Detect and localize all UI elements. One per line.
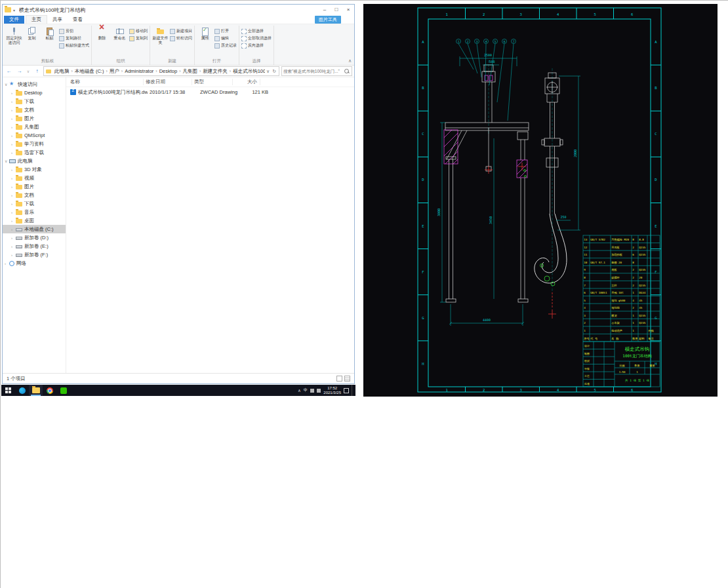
ribbon-button-newfolder[interactable]: 新建文件夹 [152,26,169,45]
search-box[interactable] [281,66,352,76]
search-icon[interactable] [344,69,349,73]
sidebar-item[interactable]: ›QMScript [3,131,66,140]
ribbon-item-newitem[interactable]: 新建项目 [170,28,192,34]
cad-canvas[interactable]: 112233445566AABBCCDDEEFFGGHH [363,4,718,397]
breadcrumb-segment[interactable]: Desktop [158,68,179,74]
breadcrumb-segment[interactable]: 新建文件夹 [201,68,229,75]
file-row[interactable]: 横走式吊钩100吨龙门吊结构.dwg2010/1/17 15:38ZWCAD D… [66,87,354,97]
taskbar-start-button[interactable] [1,385,15,396]
location-folder-icon [46,69,51,73]
sidebar-item[interactable]: ›视频 [3,174,66,182]
recent-locations-icon[interactable]: ∨ [26,69,31,73]
sidebar-item[interactable]: ›Desktop [3,88,66,97]
column-header-3[interactable]: 大小 [233,79,260,85]
search-input[interactable] [282,69,344,73]
sidebar-item[interactable]: ›学习资料 [3,140,66,148]
svg-text:4: 4 [632,299,634,302]
ime-indicator[interactable]: 中 [304,387,308,393]
ribbon-button-rename[interactable]: 重命名 [111,26,128,41]
chevron-icon: › [11,185,16,189]
tab-picture-tools[interactable]: 图片工具 [315,16,341,24]
ribbon-item-copyto[interactable]: 复制到 [129,35,148,41]
up-button[interactable]: ↑ [33,68,41,74]
sidebar-item[interactable]: ›文档 [3,106,66,114]
sidebar-item[interactable]: ›新加卷 (E:) [3,242,66,250]
sidebar-item[interactable]: ›音乐 [3,208,66,216]
taskbar-clock[interactable]: 17:52 2021/3/25 [323,386,341,395]
ribbon-button-pin[interactable]: 固定到快速访问 [6,26,22,45]
address-bar[interactable]: 此电脑›本地磁盘 (C:)›用户›Administrator›Desktop›凡… [43,66,279,76]
sidebar-item[interactable]: ›新加卷 (D:) [3,233,66,242]
refresh-icon[interactable]: ↻ [271,69,277,74]
large-icons-view-icon[interactable] [344,376,350,382]
column-header-1[interactable]: 修改日期 [144,79,192,85]
breadcrumb-segment[interactable]: 凡集图 [182,68,199,75]
svg-text:吊耳板: 吊耳板 [611,246,620,249]
sidebar-item[interactable]: ›凡集图 [3,123,66,131]
ribbon-item-shortcut[interactable]: 粘贴快捷方式 [59,43,89,49]
speaker-icon[interactable] [310,389,314,393]
taskbar-wechat-button[interactable] [56,385,70,396]
ribbon-item-selectnone[interactable]: 全部取消选择 [241,35,272,41]
ribbon-button-delete[interactable]: 删除 [94,26,110,41]
sidebar-item[interactable]: ›迅雷下载 [3,148,66,157]
forward-button[interactable]: → [15,68,24,74]
breadcrumb-segment[interactable]: 用户 [108,68,121,75]
sidebar-section-quick-access[interactable]: ∨快速访问 [3,80,66,88]
taskbar-chrome-button[interactable] [43,385,56,396]
ribbon-item-edit[interactable]: 编辑 [214,35,237,41]
ribbon-item-easyaccess[interactable]: 轻松访问 [170,35,192,41]
ribbon-item-open[interactable]: 打开 [214,28,237,34]
back-button[interactable]: ← [5,68,13,74]
ribbon-button-copy[interactable]: 复制 [24,26,40,41]
breadcrumb-segment[interactable]: 本地磁盘 (C:) [73,68,106,75]
breadcrumb-segment[interactable]: Administrator [123,68,155,74]
breadcrumb-segment[interactable]: 横走式吊钩100吨龙门吊结构 [232,68,265,75]
network-icon[interactable] [317,389,321,393]
address-dropdown-icon[interactable]: ∨ [265,69,271,74]
ribbon-item-path[interactable]: 复制路径 [59,35,89,41]
column-header-0[interactable]: 名称 [66,79,144,85]
sidebar-item[interactable]: ›本地磁盘 (C:) [3,225,66,233]
ribbon-item-selectall[interactable]: 全部选择 [241,28,272,34]
action-center-icon[interactable] [344,388,349,393]
sidebar-item[interactable]: ›下载 [3,97,66,106]
svg-text:1: 1 [458,40,460,43]
quick-access-toolbar-icon[interactable]: ▾ [13,8,15,12]
sidebar-item[interactable]: ›图片 [3,182,66,191]
minimize-ribbon-icon[interactable]: ∧ [348,58,352,64]
folder-icon [16,168,22,172]
sidebar-item[interactable]: ›3D 对象 [3,165,66,174]
tab-share[interactable]: 共享 [47,16,68,24]
ribbon-item-moveto[interactable]: 移动到 [129,28,148,34]
title-block: 设计制图校对审核工艺批准横走式吊钩100t龙门吊结构比例1:50数量1重量共 1… [583,342,660,387]
breadcrumb-segment[interactable]: 此电脑 [53,68,71,75]
sidebar-item[interactable]: ›图片 [3,114,66,123]
sidebar-item[interactable]: ›下载 [3,199,66,208]
close-button[interactable]: × [342,5,354,15]
ribbon-button-paste[interactable]: 粘贴 [41,26,58,41]
ribbon-item-cut[interactable]: 剪切 [59,28,89,34]
tab-file[interactable]: 文件 [4,16,24,24]
details-view-icon[interactable] [336,376,342,382]
sidebar-section-this-pc[interactable]: ∨此电脑 [3,157,66,165]
maximize-button[interactable]: □ [331,5,342,15]
ribbon-group-label: 选择 [241,58,272,65]
tray-chevron-icon[interactable]: ∧ [298,388,301,393]
ribbon-item-history[interactable]: 历史记录 [214,43,237,49]
sidebar-item[interactable]: ›桌面 [3,216,66,225]
ribbon-button-properties[interactable]: 属性 [197,26,213,41]
ribbon-item-invert[interactable]: 反向选择 [241,43,272,49]
taskbar-edge-button[interactable] [15,385,29,396]
sidebar-item[interactable]: ›新加卷 (F:) [3,250,66,259]
svg-text:1: 1 [446,388,448,392]
column-header-2[interactable]: 类型 [192,79,233,85]
minimize-button[interactable]: – [319,5,331,15]
edit-icon [214,36,220,41]
sidebar-section-network[interactable]: ›网络 [3,259,66,267]
breadcrumb: 此电脑›本地磁盘 (C:)›用户›Administrator›Desktop›凡… [53,68,265,75]
taskbar-explorer-button[interactable] [29,385,43,396]
tab-home[interactable]: 主页 [26,15,47,24]
sidebar-item[interactable]: ›文档 [3,191,66,199]
show-desktop-button[interactable] [352,385,354,396]
